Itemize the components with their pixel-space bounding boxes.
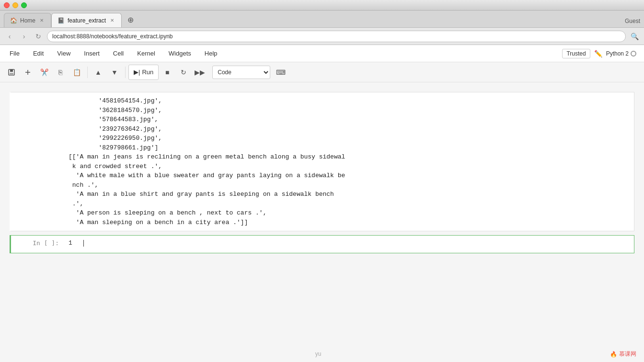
run-icon: ▶| [134, 68, 140, 76]
guest-label: Guest [625, 18, 640, 24]
tab-home-close[interactable]: ✕ [38, 17, 45, 24]
menu-cell[interactable]: Cell [111, 49, 126, 58]
python-indicator: Python 2 [606, 50, 636, 57]
add-cell-button[interactable] [20, 65, 35, 80]
run-button[interactable]: ▶| Run [128, 65, 159, 80]
tabbar: 🏠 Home ✕ 📓 feature_extract ✕ ⊕ Guest [0, 11, 644, 28]
python-label: Python 2 [606, 50, 629, 57]
brand-name: 慕课网 [619, 350, 636, 358]
cell-line-number: 1 [69, 239, 72, 247]
home-favicon: 🏠 [10, 17, 17, 24]
refresh-button[interactable]: ↻ [33, 31, 44, 42]
tab-feature-extract-close[interactable]: ✕ [109, 17, 115, 24]
cell-output-text: '4581054154.jpg', '3628184570.jpg', '578… [64, 92, 634, 231]
pencil-icon: ✏️ [594, 50, 602, 57]
window-controls[interactable] [4, 2, 27, 8]
copy-button[interactable]: ⎘ [53, 65, 68, 80]
bottom-area: yu [0, 351, 644, 357]
keyboard-shortcuts-button[interactable]: ⌨ [273, 65, 288, 80]
menu-kernel[interactable]: Kernel [135, 49, 157, 58]
run-all-button[interactable]: ▶▶ [192, 65, 207, 80]
forward-button[interactable]: › [18, 31, 30, 42]
address-search-icon: 🔍 [629, 31, 640, 42]
trusted-button[interactable]: Trusted [562, 49, 590, 58]
cut-button[interactable]: ✂️ [36, 65, 52, 80]
tab-home[interactable]: 🏠 Home ✕ [4, 13, 51, 27]
move-up-button[interactable]: ▲ [91, 65, 106, 80]
tab-feature-extract-label: feature_extract [68, 17, 106, 24]
jupyter-toolbar: ✂️ ⎘ 📋 ▲ ▼ ▶| Run ■ ↻ ▶▶ Code Markdown R… [0, 62, 644, 82]
paste-button[interactable]: 📋 [69, 65, 84, 80]
close-button[interactable] [4, 2, 10, 8]
menu-edit[interactable]: Edit [31, 49, 46, 58]
menu-help[interactable]: Help [203, 49, 219, 58]
minimize-button[interactable] [12, 2, 18, 8]
run-label: Run [142, 68, 153, 76]
notebook-content: '4581054154.jpg', '3628184570.jpg', '578… [0, 82, 644, 362]
watermark-text: yu [315, 351, 322, 357]
menu-widgets[interactable]: Widgets [167, 49, 193, 58]
output-cell: '4581054154.jpg', '3628184570.jpg', '578… [10, 92, 634, 231]
tab-feature-extract[interactable]: 📓 feature_extract ✕ [51, 13, 122, 27]
kernel-status-circle [631, 51, 636, 57]
notebook-favicon: 📓 [58, 17, 65, 24]
stop-button[interactable]: ■ [160, 65, 175, 80]
active-cell-input[interactable]: 1 [64, 236, 634, 253]
menu-insert[interactable]: Insert [82, 49, 102, 58]
active-cell-content: In [ ]: 1 [11, 236, 634, 253]
separator-1 [87, 67, 88, 78]
output-cell-prompt [11, 92, 64, 100]
jupyter-menubar: File Edit View Insert Cell Kernel Widget… [0, 45, 644, 62]
new-tab-button[interactable]: ⊕ [124, 13, 137, 26]
save-button[interactable] [4, 65, 19, 80]
active-cell-prompt: In [ ]: [11, 236, 64, 250]
svg-rect-2 [10, 73, 13, 75]
restart-button[interactable]: ↻ [176, 65, 191, 80]
cursor [83, 240, 84, 247]
trusted-area: Trusted ✏️ Python 2 [562, 49, 636, 58]
titlebar [0, 0, 644, 11]
address-input[interactable] [47, 31, 626, 42]
menu-view[interactable]: View [55, 49, 72, 58]
menu-file[interactable]: File [8, 49, 22, 58]
separator-2 [125, 67, 126, 78]
cell-content: '4581054154.jpg', '3628184570.jpg', '578… [11, 92, 634, 231]
brand-logo: 🔥 慕课网 [610, 350, 636, 358]
move-down-button[interactable]: ▼ [107, 65, 122, 80]
cell-type-select[interactable]: Code Markdown Raw NBConvert Heading [212, 66, 270, 79]
active-input-cell[interactable]: In [ ]: 1 [10, 235, 634, 253]
back-button[interactable]: ‹ [4, 31, 15, 42]
addressbar: ‹ › ↻ 🔍 [0, 28, 644, 45]
brand-icon: 🔥 [610, 351, 617, 358]
maximize-button[interactable] [21, 2, 27, 8]
tab-home-label: Home [20, 17, 35, 24]
svg-rect-1 [10, 69, 13, 72]
